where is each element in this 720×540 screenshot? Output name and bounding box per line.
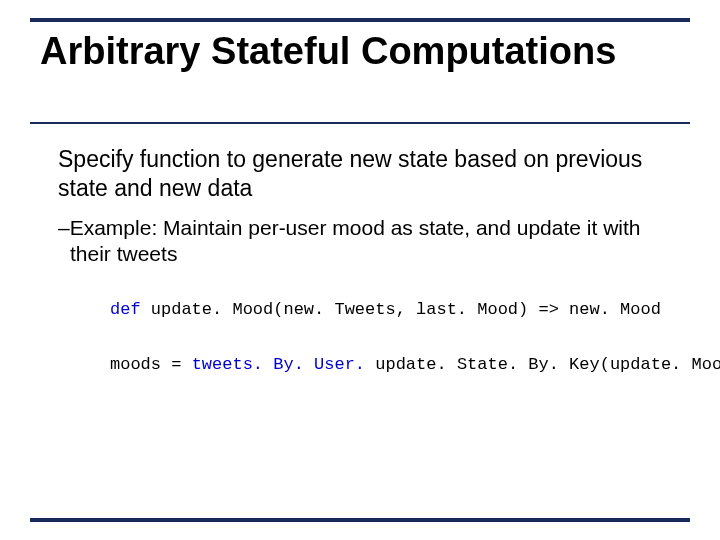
code-line-1: def update. Mood(new. Tweets, last. Mood… — [110, 300, 661, 319]
bottom-horizontal-rule — [30, 518, 690, 522]
code-lhs: moods = — [110, 355, 192, 374]
dash-bullet: – — [58, 216, 70, 239]
code-line-2: moods = tweets. By. User. update. State.… — [110, 355, 720, 374]
code-receiver: tweets. By. User. — [192, 355, 376, 374]
title-underline-rule — [30, 122, 690, 124]
top-horizontal-rule — [30, 18, 690, 22]
code-method: update. State. By. Key — [375, 355, 599, 374]
code-rest-1: update. Mood(new. Tweets, last. Mood) =>… — [141, 300, 661, 319]
example-line: –Example: Maintain per-user mood as stat… — [70, 215, 680, 268]
slide-title: Arbitrary Stateful Computations — [40, 30, 680, 74]
summary-text: Specify function to generate new state b… — [58, 145, 680, 203]
code-keyword-def: def — [110, 300, 141, 319]
example-label: Example: — [70, 216, 158, 239]
code-args: (update. Mood _) — [600, 355, 720, 374]
